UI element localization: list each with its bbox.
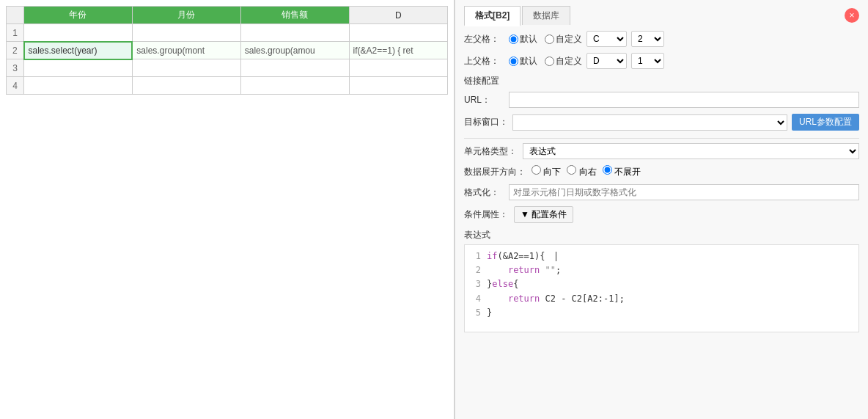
top-custom-radio[interactable]	[545, 57, 554, 66]
left-num-select[interactable]: 213	[631, 31, 664, 47]
code-line-5: 5 }	[469, 306, 854, 320]
top-default-radio[interactable]	[509, 57, 518, 66]
row-num-2: 2	[7, 42, 24, 59]
expand-right-label[interactable]: 向右	[567, 165, 596, 178]
expand-none-radio[interactable]	[603, 165, 612, 175]
code-text-4: return C2 - C2[A2:-1];	[487, 292, 625, 306]
expand-down-label[interactable]: 向下	[532, 165, 561, 178]
cell-c1[interactable]	[240, 24, 349, 42]
left-default-radio-label[interactable]: 默认	[509, 33, 537, 45]
table-row: 2 sales.select(year) sales.group(mont sa…	[7, 42, 448, 59]
cell-a1[interactable]	[24, 24, 133, 42]
table-row: 4	[7, 77, 448, 95]
code-text-1: if(&A2==1){	[487, 249, 556, 263]
properties-panel: 格式[B2] 数据库 × 左父格： 默认 自定义 CABD 213 上父格：	[455, 0, 868, 419]
data-expand-row: 数据展开方向： 向下 向右 不展开	[464, 165, 859, 178]
left-parent-label: 左父格：	[464, 33, 504, 45]
left-default-radio[interactable]	[509, 34, 518, 44]
spreadsheet-table: 年份 月份 销售额 D 1 2 sales.select(year) sales…	[6, 6, 448, 95]
col-header-c: 销售额	[240, 7, 349, 24]
col-header-a: 年份	[24, 7, 133, 24]
top-parent-label: 上父格：	[464, 55, 504, 68]
line-num-4: 4	[469, 292, 481, 306]
condition-label: 条件属性：	[464, 208, 508, 221]
line-num-5: 5	[469, 306, 481, 320]
url-row: URL：	[464, 92, 859, 108]
line-num-2: 2	[469, 263, 481, 277]
url-param-btn[interactable]: URL参数配置	[792, 114, 859, 131]
url-input[interactable]	[509, 92, 859, 108]
left-col-select[interactable]: CABD	[586, 31, 627, 47]
cell-d3[interactable]	[349, 59, 447, 77]
cell-a3[interactable]	[24, 59, 133, 77]
expand-label: 数据展开方向：	[464, 166, 526, 178]
line-num-1: 1	[469, 249, 481, 263]
cell-b1[interactable]	[132, 24, 240, 42]
cell-c4[interactable]	[240, 77, 349, 95]
cell-d1[interactable]	[349, 24, 447, 42]
top-default-radio-label[interactable]: 默认	[509, 55, 537, 68]
table-row: 1	[7, 24, 448, 42]
cell-c3[interactable]	[240, 59, 349, 77]
close-button[interactable]: ×	[845, 8, 859, 23]
format-row: 格式化：	[464, 184, 859, 200]
top-parent-radio-group: 默认 自定义	[509, 55, 582, 68]
top-custom-radio-label[interactable]: 自定义	[545, 55, 582, 68]
cell-type-select[interactable]: 表达式	[523, 143, 859, 159]
expr-title: 表达式	[464, 229, 859, 241]
left-parent-row: 左父格： 默认 自定义 CABD 213	[464, 31, 859, 47]
left-custom-radio-label[interactable]: 自定义	[545, 33, 582, 45]
cell-a2[interactable]: sales.select(year)	[24, 42, 133, 59]
panel-tab-row: 格式[B2] 数据库	[464, 6, 845, 25]
col-header-b: 月份	[132, 7, 240, 24]
row-num-4: 4	[7, 77, 24, 95]
top-num-select[interactable]: 123	[631, 53, 664, 69]
condition-row: 条件属性： ▼ 配置条件	[464, 206, 859, 223]
expand-down-radio[interactable]	[532, 165, 541, 175]
cell-b3[interactable]	[132, 59, 240, 77]
code-editor[interactable]: 1 if(&A2==1){ 2 return ""; 3 }else{ 4 re…	[464, 244, 859, 332]
cell-b2[interactable]: sales.group(mont	[132, 42, 240, 59]
cell-b4[interactable]	[132, 77, 240, 95]
row-num-3: 3	[7, 59, 24, 77]
target-window-row: 目标窗口： URL参数配置	[464, 114, 859, 131]
row-num-1: 1	[7, 24, 24, 42]
cell-type-label: 单元格类型：	[464, 145, 517, 158]
tab-format[interactable]: 格式[B2]	[464, 6, 521, 26]
url-label: URL：	[464, 94, 504, 106]
code-line-3: 3 }else{	[469, 277, 854, 291]
code-line-1: 1 if(&A2==1){	[469, 249, 854, 263]
link-config-section-title: 链接配置	[464, 75, 859, 87]
cell-d2[interactable]: if(&A2==1) { ret	[349, 42, 447, 59]
target-label: 目标窗口：	[464, 116, 508, 128]
corner-header	[7, 7, 24, 24]
cell-d4[interactable]	[349, 77, 447, 95]
top-parent-row: 上父格： 默认 自定义 DABC 123	[464, 53, 859, 69]
expression-section: 表达式 1 if(&A2==1){ 2 return ""; 3 }else{ …	[464, 229, 859, 332]
left-parent-radio-group: 默认 自定义	[509, 33, 582, 45]
code-text-3: }else{	[487, 277, 518, 291]
cell-c2[interactable]: sales.group(amou	[240, 42, 349, 59]
col-header-d: D	[349, 7, 447, 24]
condition-btn[interactable]: ▼ 配置条件	[514, 206, 573, 223]
top-col-select[interactable]: DABC	[586, 53, 627, 69]
spreadsheet-panel: 年份 月份 销售额 D 1 2 sales.select(year) sales…	[0, 0, 455, 419]
cell-type-row: 单元格类型： 表达式	[464, 143, 859, 159]
code-text-2: return "";	[487, 263, 561, 277]
code-line-2: 2 return "";	[469, 263, 854, 277]
cell-a4[interactable]	[24, 77, 133, 95]
target-select[interactable]	[512, 114, 787, 131]
code-text-5: }	[487, 306, 492, 320]
expand-none-label[interactable]: 不展开	[603, 165, 641, 178]
format-input[interactable]	[509, 184, 859, 200]
format-label: 格式化：	[464, 186, 504, 199]
code-line-4: 4 return C2 - C2[A2:-1];	[469, 292, 854, 306]
divider-1	[464, 138, 859, 139]
left-custom-radio[interactable]	[545, 34, 554, 44]
table-row: 3	[7, 59, 448, 77]
tab-database[interactable]: 数据库	[522, 6, 570, 25]
line-num-3: 3	[469, 277, 481, 291]
expand-right-radio[interactable]	[567, 165, 576, 175]
